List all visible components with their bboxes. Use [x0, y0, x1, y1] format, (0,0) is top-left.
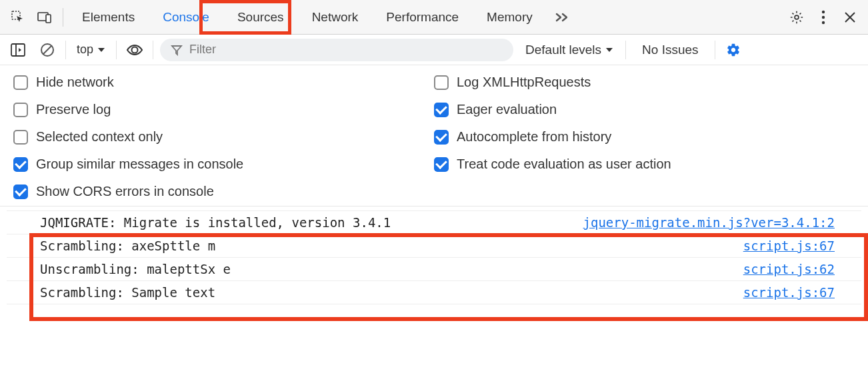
setting-group-similar: Group similar messages in console: [13, 157, 434, 172]
kebab-menu-icon[interactable]: [812, 6, 835, 29]
checkbox[interactable]: [434, 157, 449, 172]
filter-input[interactable]: [189, 43, 503, 57]
checkbox[interactable]: [434, 103, 449, 117]
settings-col-left: Hide network Preserve log Selected conte…: [13, 75, 434, 199]
log-row: JQMIGRATE: Migrate is installed, version…: [7, 210, 861, 234]
tab-sources[interactable]: Sources: [225, 0, 296, 35]
checkbox[interactable]: [13, 157, 28, 172]
devtools-tab-bar: Elements Console Sources Network Perform…: [0, 0, 868, 35]
filter-field[interactable]: [160, 39, 513, 61]
checkbox[interactable]: [13, 103, 28, 117]
svg-point-4: [822, 10, 825, 13]
setting-eager-eval: Eager evaluation: [434, 102, 855, 117]
settings-col-right: Log XMLHttpRequests Eager evaluation Aut…: [434, 75, 855, 199]
log-row: Scrambling: Sample text script.js:67: [7, 281, 861, 304]
checkbox[interactable]: [13, 130, 28, 145]
context-label: top: [77, 43, 93, 57]
tab-memory[interactable]: Memory: [475, 0, 545, 35]
log-message: Unscrambling: malepttSx e: [40, 262, 743, 276]
svg-rect-2: [46, 15, 51, 23]
log-message: JQMIGRATE: Migrate is installed, version…: [40, 215, 583, 230]
setting-label: Preserve log: [36, 102, 111, 117]
close-icon[interactable]: [839, 6, 861, 29]
setting-label: Selected context only: [36, 129, 163, 145]
setting-selected-context-only: Selected context only: [13, 129, 434, 145]
log-row: Scrambling: axeSpttle m script.js:67: [7, 234, 861, 258]
setting-treat-eval-user-action: Treat code evaluation as user action: [434, 157, 855, 172]
context-selector[interactable]: top: [73, 43, 109, 57]
svg-point-6: [822, 21, 825, 23]
setting-log-xhr: Log XMLHttpRequests: [434, 75, 855, 90]
svg-point-3: [795, 15, 799, 19]
console-output: JQMIGRATE: Migrate is installed, version…: [0, 206, 868, 304]
checkbox[interactable]: [13, 185, 28, 199]
log-source-link[interactable]: script.js:62: [743, 262, 861, 276]
clear-console-icon[interactable]: [36, 39, 59, 61]
setting-show-cors: Show CORS errors in console: [13, 184, 434, 199]
setting-label: Hide network: [36, 75, 114, 90]
log-source-link[interactable]: script.js:67: [743, 238, 861, 253]
setting-label: Show CORS errors in console: [36, 184, 214, 199]
chevron-down-icon: [97, 47, 105, 53]
log-source-link[interactable]: jquery-migrate.min.js?ver=3.4.1:2: [583, 215, 862, 230]
device-toolbar-icon[interactable]: [33, 6, 56, 29]
svg-rect-7: [11, 44, 25, 56]
log-message: Scrambling: axeSpttle m: [40, 238, 743, 253]
setting-label: Autocomplete from history: [457, 129, 611, 145]
console-settings-gear-icon[interactable]: [722, 39, 745, 61]
chevron-down-icon: [605, 47, 613, 53]
setting-label: Treat code evaluation as user action: [457, 157, 671, 172]
setting-autocomplete-history: Autocomplete from history: [434, 129, 855, 145]
filter-icon: [171, 44, 183, 56]
more-tabs-icon[interactable]: [549, 6, 575, 29]
svg-line-10: [43, 46, 51, 54]
setting-preserve-log: Preserve log: [13, 102, 434, 117]
checkbox[interactable]: [434, 75, 449, 90]
console-toolbar: top Default levels No Issues: [0, 35, 868, 65]
setting-label: Eager evaluation: [457, 102, 557, 117]
svg-point-11: [132, 47, 138, 53]
log-source-link[interactable]: script.js:67: [743, 285, 861, 300]
issues-indicator[interactable]: No Issues: [633, 43, 707, 57]
settings-gear-icon[interactable]: [785, 6, 808, 29]
tab-performance[interactable]: Performance: [374, 0, 471, 35]
console-settings-panel: Hide network Preserve log Selected conte…: [0, 65, 868, 206]
setting-label: Log XMLHttpRequests: [457, 75, 591, 90]
log-levels-selector[interactable]: Default levels: [520, 43, 619, 57]
tab-elements[interactable]: Elements: [70, 0, 147, 35]
inspect-element-icon[interactable]: [7, 6, 29, 29]
live-expression-icon[interactable]: [123, 39, 146, 61]
tab-console[interactable]: Console: [151, 0, 221, 35]
log-message: Scrambling: Sample text: [40, 285, 743, 300]
levels-label: Default levels: [525, 43, 601, 57]
setting-hide-network: Hide network: [13, 75, 434, 90]
tab-network[interactable]: Network: [300, 0, 371, 35]
svg-point-5: [822, 15, 825, 18]
setting-label: Group similar messages in console: [36, 157, 243, 172]
log-row: Unscrambling: malepttSx e script.js:62: [7, 258, 861, 281]
checkbox[interactable]: [434, 130, 449, 145]
toggle-sidebar-icon[interactable]: [7, 39, 29, 61]
checkbox[interactable]: [13, 75, 28, 90]
